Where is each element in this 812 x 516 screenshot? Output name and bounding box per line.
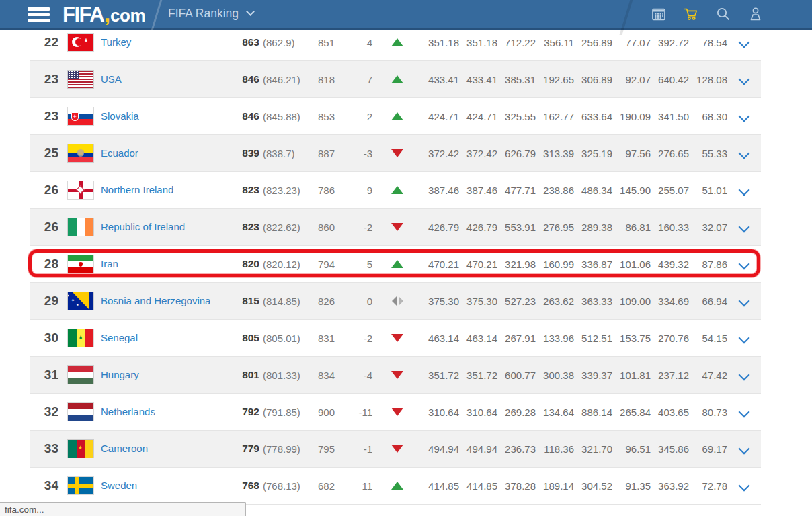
score-value: 363.92 bbox=[651, 480, 689, 492]
country-link[interactable]: Hungary bbox=[101, 369, 139, 380]
expand-row-button[interactable] bbox=[727, 334, 761, 342]
logo-text-com: com bbox=[110, 5, 145, 26]
trend-icon bbox=[391, 223, 403, 231]
score-value: 300.38 bbox=[536, 370, 574, 381]
expand-row-button[interactable] bbox=[727, 112, 761, 120]
score-columns: 494.94494.94236.73118.36321.7096.51345.8… bbox=[421, 443, 727, 455]
expand-row-button[interactable] bbox=[727, 75, 761, 83]
ranking-rows: 22 Turkey 863 (862.9) 851 4 351.18351.18… bbox=[30, 24, 761, 505]
rank: 34 bbox=[30, 478, 58, 493]
expand-row-button[interactable] bbox=[727, 445, 761, 453]
expand-row-button[interactable] bbox=[727, 297, 761, 305]
expand-row-button[interactable] bbox=[727, 38, 761, 46]
score-value: 626.79 bbox=[497, 148, 536, 159]
chevron-down-icon bbox=[739, 260, 749, 268]
score-value: 463.14 bbox=[421, 333, 459, 344]
country-link[interactable]: Republic of Ireland bbox=[101, 221, 185, 232]
rank: 23 bbox=[30, 72, 58, 87]
search-icon[interactable] bbox=[715, 6, 731, 22]
country-link[interactable]: Turkey bbox=[101, 36, 131, 48]
table-row: 25 Ecuador 839 (838.7) 887 -3 372.42372.… bbox=[30, 135, 761, 172]
score-value: 276.95 bbox=[536, 222, 574, 233]
expand-row-button[interactable] bbox=[727, 408, 761, 416]
expand-row-button[interactable] bbox=[727, 149, 761, 157]
calendar-icon[interactable] bbox=[651, 6, 667, 22]
chevron-down-icon bbox=[739, 297, 749, 305]
score-value: 133.96 bbox=[536, 333, 574, 344]
previous-points: 860 bbox=[300, 222, 335, 233]
nav-ranking-dropdown[interactable]: FIFA Ranking bbox=[168, 0, 253, 28]
cart-icon[interactable] bbox=[683, 6, 699, 22]
trend-icon bbox=[391, 38, 403, 46]
expand-row-button[interactable] bbox=[727, 371, 761, 379]
trend-icon bbox=[391, 260, 403, 268]
trend-icon bbox=[391, 482, 403, 490]
rank-change: -1 bbox=[335, 443, 374, 455]
score-value: 160.33 bbox=[651, 222, 689, 233]
score-value: 527.23 bbox=[497, 296, 536, 307]
chevron-down-icon bbox=[246, 7, 255, 16]
score-value: 69.17 bbox=[689, 443, 727, 455]
rank: 29 bbox=[30, 294, 58, 308]
menu-hamburger-icon[interactable] bbox=[28, 7, 50, 22]
score-value: 414.85 bbox=[421, 480, 459, 492]
expand-row-button[interactable] bbox=[727, 260, 761, 268]
previous-points: 818 bbox=[300, 74, 335, 85]
rank-change: 2 bbox=[335, 111, 374, 122]
fifa-logo[interactable]: FIFA,com bbox=[63, 2, 145, 27]
expand-row-button[interactable] bbox=[727, 186, 761, 194]
trend-icon bbox=[392, 296, 403, 306]
country-link[interactable]: Northern Ireland bbox=[101, 184, 173, 196]
score-value: 433.41 bbox=[459, 74, 497, 85]
points-exact: (823.23) bbox=[259, 185, 300, 196]
country-link[interactable]: Senegal bbox=[101, 332, 138, 343]
score-value: 118.36 bbox=[536, 443, 574, 455]
flag-emblem bbox=[77, 149, 84, 157]
country-link[interactable]: Sweden bbox=[101, 480, 137, 491]
points-exact: (801.33) bbox=[259, 370, 300, 381]
previous-points: 887 bbox=[300, 148, 335, 159]
logo-yellow-comma: , bbox=[104, 2, 110, 27]
score-value: 375.30 bbox=[459, 296, 497, 307]
score-value: 403.65 bbox=[651, 406, 689, 418]
score-value: 336.87 bbox=[574, 259, 612, 270]
score-value: 55.33 bbox=[689, 148, 727, 159]
chevron-down-icon bbox=[739, 223, 749, 231]
user-icon[interactable] bbox=[747, 6, 764, 22]
header-diagonal-divider-2 bbox=[619, 0, 633, 35]
previous-points: 834 bbox=[300, 370, 335, 381]
country-link[interactable]: Ecuador bbox=[101, 147, 138, 159]
score-value: 128.08 bbox=[689, 74, 727, 85]
score-value: 304.52 bbox=[574, 480, 612, 492]
country-link[interactable]: Cameroon bbox=[101, 443, 148, 454]
rank-change: -2 bbox=[335, 333, 374, 344]
expand-row-button[interactable] bbox=[727, 223, 761, 231]
score-columns: 387.46387.46477.71238.86486.34145.90255.… bbox=[421, 185, 727, 196]
expand-row-button[interactable] bbox=[727, 482, 761, 490]
logo-text-fifa: FIFA bbox=[63, 3, 104, 27]
country-link[interactable]: Bosnia and Herzegovina bbox=[101, 295, 210, 306]
points-exact: (822.62) bbox=[259, 222, 300, 233]
trend-icon bbox=[391, 445, 403, 453]
country-link[interactable]: Slovakia bbox=[101, 110, 139, 122]
previous-points: 831 bbox=[300, 333, 335, 344]
score-columns: 372.42372.42626.79313.39325.1997.56276.6… bbox=[421, 148, 727, 159]
ba-flag bbox=[68, 292, 93, 310]
score-value: 269.28 bbox=[497, 406, 536, 418]
country-link[interactable]: Netherlands bbox=[101, 406, 155, 417]
table-row: 33 Cameroon 779 (778.99) 795 -1 494.9449… bbox=[30, 431, 761, 468]
country-link[interactable]: USA bbox=[101, 73, 122, 85]
score-value: 289.38 bbox=[574, 222, 612, 233]
trend-icon bbox=[391, 334, 403, 342]
score-value: 237.12 bbox=[651, 370, 689, 381]
country-link[interactable]: Iran bbox=[101, 258, 118, 269]
previous-points: 795 bbox=[300, 443, 335, 455]
score-value: 162.77 bbox=[536, 111, 574, 122]
score-columns: 414.85414.85378.28189.14304.5291.35363.9… bbox=[421, 480, 727, 492]
rank-change: 5 bbox=[335, 259, 374, 270]
table-row: 29 Bosnia and Herzegovina 815 (814.85) 8… bbox=[30, 283, 761, 320]
score-value: 153.75 bbox=[612, 333, 651, 344]
points: 823 bbox=[222, 184, 259, 196]
score-value: 101.06 bbox=[612, 259, 651, 270]
score-value: 424.71 bbox=[421, 111, 459, 122]
